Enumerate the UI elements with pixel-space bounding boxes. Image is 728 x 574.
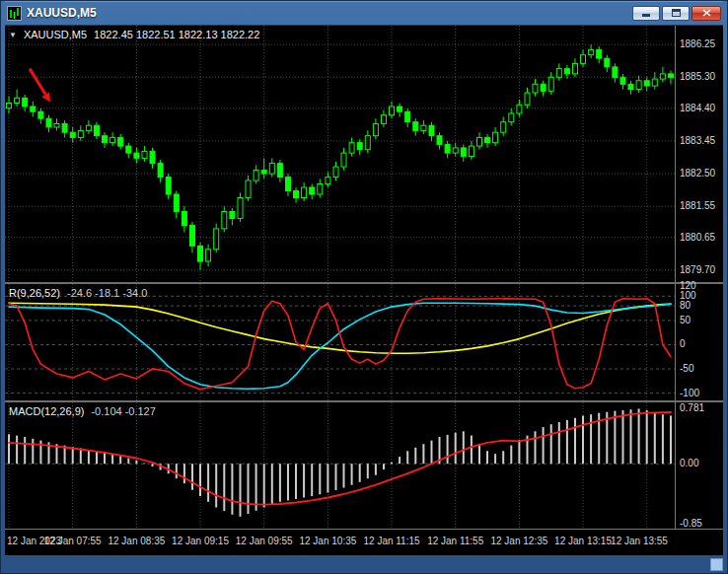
time-axis-label: 12 Jan 09:15 (172, 536, 229, 546)
candle-body (222, 212, 227, 229)
candle-body (620, 77, 625, 84)
candle-body (70, 132, 75, 137)
scale-label: 1884.40 (680, 103, 715, 113)
candle-body (597, 49, 602, 58)
candle-body (509, 113, 514, 122)
macd-plot[interactable]: MACD(12,26,9) -0.104 -0.127 (5, 402, 675, 529)
macd-svg (5, 402, 675, 529)
candle-body (182, 212, 186, 226)
candle-body (357, 143, 362, 150)
candle-body (198, 246, 203, 261)
candle-body (15, 98, 20, 103)
candle-body (390, 107, 395, 115)
indicator-line (9, 303, 671, 389)
candle-body (310, 187, 315, 194)
williams-r-scale[interactable]: 12010080500-50-100 (675, 284, 723, 400)
chart-icon (7, 6, 22, 21)
candle-body (405, 111, 410, 122)
candle-body (286, 178, 291, 191)
candle-body (78, 130, 83, 137)
time-axis-label: 12 Jan 07:55 (44, 536, 102, 546)
candle-body (246, 180, 251, 197)
time-axis-label: 12 Jan 10:35 (299, 536, 356, 546)
candle-body (150, 151, 155, 163)
candle-body (23, 98, 28, 107)
scale-label: -50 (680, 363, 693, 374)
candle-body (326, 178, 330, 184)
scale-label: 0.781 (680, 402, 704, 413)
time-axis-label: 12 Jan 11:55 (427, 536, 483, 546)
candle-body (581, 55, 586, 64)
candle-body (413, 122, 418, 131)
scale-label: 1886.25 (680, 38, 715, 49)
candle-body (437, 136, 442, 145)
candle-body (469, 146, 473, 157)
time-axis-label: 12 Jan 11:15 (363, 536, 419, 546)
williams-r-svg (5, 284, 675, 400)
time-axis-label: 12 Jan 13:15 (554, 536, 612, 546)
macd-panel: MACD(12,26,9) -0.104 -0.127 0.7810.00-0.… (5, 402, 723, 529)
scale-label: 80 (680, 300, 691, 311)
williams-r-plot[interactable]: R(9,26,52) -24.6 -18.1 -34.0 (5, 284, 675, 400)
macd-scale[interactable]: 0.7810.00-0.85 (675, 402, 723, 529)
time-axis-label: 12 Jan 08:35 (108, 536, 165, 546)
close-button[interactable] (692, 6, 721, 21)
scale-label: 50 (680, 315, 691, 325)
candle-body (421, 125, 426, 130)
time-axis[interactable]: 12 Jan 202312 Jan 07:5512 Jan 08:3512 Ja… (5, 529, 723, 555)
candle-body (501, 122, 506, 133)
candle-body (238, 198, 243, 219)
candle-body (118, 137, 123, 146)
scale-label: -0.85 (680, 518, 702, 529)
candle-body (533, 84, 538, 93)
price-chart-plot[interactable]: ▼ XAUUSD,M5 1822.45 1822.51 1822.13 1822… (5, 26, 675, 282)
one-click-trading-arrow-icon[interactable]: ▼ (9, 31, 17, 39)
resize-grip[interactable] (710, 558, 723, 571)
candle-body (269, 164, 274, 175)
candle-body (477, 137, 482, 146)
window-titlebar[interactable]: XAUUSD,M5 (5, 1, 723, 25)
macd-signal-line (9, 412, 671, 505)
candle-body (541, 84, 546, 91)
candle-body (382, 115, 387, 124)
candle-body (613, 67, 618, 78)
window-controls (632, 6, 721, 21)
candle-body (636, 81, 641, 90)
restore-icon (672, 9, 681, 17)
candle-body (95, 125, 100, 136)
scale-label: 1883.45 (680, 135, 715, 146)
candle-body (294, 191, 299, 198)
candle-body (365, 136, 370, 150)
minimize-button[interactable] (632, 6, 660, 21)
candle-body (190, 225, 195, 246)
price-scale[interactable]: 1886.251885.301884.401883.451882.501881.… (675, 26, 723, 282)
candle-body (103, 136, 108, 143)
candle-body (126, 146, 131, 153)
candle-body (277, 164, 282, 178)
window-title: XAUUSD,M5 (27, 6, 97, 20)
candle-body (493, 132, 498, 143)
candle-body (669, 74, 674, 78)
scale-label: 1885.30 (680, 71, 715, 82)
restore-button[interactable] (662, 6, 690, 21)
candle-body (660, 74, 665, 79)
candle-body (461, 148, 466, 157)
candle-body (485, 137, 490, 142)
indicator-line (9, 303, 671, 353)
candle-body (206, 250, 211, 261)
candle-body (62, 124, 67, 133)
minimize-icon (642, 14, 650, 17)
candle-body (564, 69, 569, 74)
price-chart-panel: ▼ XAUUSD,M5 1822.45 1822.51 1822.13 1822… (5, 26, 723, 282)
candle-body (7, 104, 12, 108)
scale-label: 0.00 (680, 458, 698, 468)
candle-body (333, 167, 338, 178)
candle-body (158, 164, 163, 178)
candle-body (166, 178, 171, 194)
candle-body (254, 171, 258, 181)
candle-body (398, 107, 402, 111)
candle-body (214, 229, 219, 250)
candle-body (652, 79, 657, 86)
candle-body (573, 63, 578, 74)
candle-body (349, 143, 354, 154)
